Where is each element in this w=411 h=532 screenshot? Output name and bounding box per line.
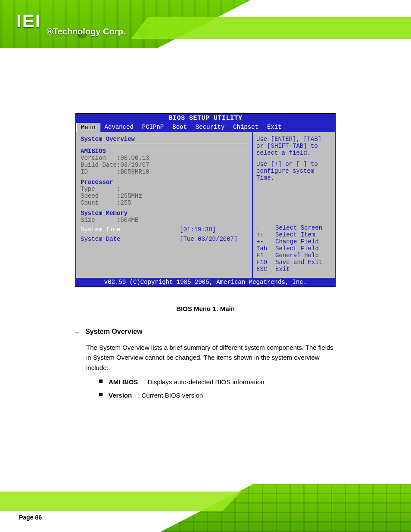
section-item: → System Overview xyxy=(73,327,338,338)
nav-key: F10 xyxy=(256,259,275,266)
label-size: Size xyxy=(81,217,117,224)
bios-left-pane: System Overview AMIBIOS Version:08.00.13… xyxy=(76,132,253,278)
label-version: Version xyxy=(81,155,117,162)
label-id: ID xyxy=(81,168,117,175)
nav-row: TabSelect Field xyxy=(256,245,331,252)
nav-label: Save and Exit xyxy=(275,259,322,266)
nav-row: +-Change Field xyxy=(256,238,331,245)
nav-label: Select Item xyxy=(275,231,315,238)
value-count: :255 xyxy=(117,199,131,206)
nav-row: F1General Help xyxy=(256,252,331,259)
nav-key: Tab xyxy=(256,245,275,252)
row-system-date[interactable]: System Date [Tue 03/20/2007] xyxy=(81,236,248,243)
footer-swoosh-green xyxy=(0,492,241,511)
tab-exit[interactable]: Exit xyxy=(263,123,286,132)
row-version: Version:08.00.13 xyxy=(81,155,248,162)
bios-body: System Overview AMIBIOS Version:08.00.13… xyxy=(76,132,335,278)
bullet-label: AMI BIOS xyxy=(109,377,138,387)
help-line: Use [ENTER], [TAB] xyxy=(256,136,331,143)
figure-caption: BIOS Menu 1: Main xyxy=(73,304,338,314)
page-number: Page 86 xyxy=(19,514,42,521)
tab-boot[interactable]: Boot xyxy=(168,123,191,132)
section-paragraph: The System Overview lists a brief summar… xyxy=(86,342,338,373)
square-bullet-icon xyxy=(99,380,103,383)
group-memory: System Memory xyxy=(81,210,248,217)
section-system-overview: System Overview xyxy=(81,136,248,143)
nav-row: ↑↓Select Item xyxy=(256,231,331,238)
nav-row: ESCExit xyxy=(256,266,331,273)
nav-label: General Help xyxy=(275,252,319,259)
nav-key: ↑↓ xyxy=(256,231,275,238)
label-system-date: System Date xyxy=(81,236,180,243)
value-speed: :255MHz xyxy=(117,193,142,199)
tab-pcipnp[interactable]: PCIPnP xyxy=(138,123,168,132)
row-size: Size:504MB xyxy=(81,217,248,224)
label-system-time: System Time xyxy=(81,226,180,233)
nav-row: F10Save and Exit xyxy=(256,259,331,266)
logo-text: IEI xyxy=(16,11,41,31)
label-speed: Speed xyxy=(81,193,117,199)
bullet-desc-inline: : Displays auto-detected BIOS informatio… xyxy=(144,377,264,387)
tab-advanced[interactable]: Advanced xyxy=(100,123,138,132)
spacer xyxy=(256,156,331,161)
sub-bullet-desc: : Current BIOS version xyxy=(138,390,203,400)
page-footer: Page 86 xyxy=(0,484,411,532)
nav-key: +- xyxy=(256,238,275,245)
nav-list: ←Select Screen ↑↓Select Item +-Change Fi… xyxy=(256,224,331,273)
row-system-time[interactable]: System Time [01:19:38] xyxy=(81,226,248,233)
value-builddate: :03/19/07 xyxy=(117,162,149,168)
bios-tab-bar: Main Advanced PCIPnP Boot Security Chips… xyxy=(76,123,335,132)
bios-footer: v02.59 (C)Copyright 1985-2005, American … xyxy=(76,278,335,286)
row-type: Type: xyxy=(81,186,248,193)
bullet-item: AMI BIOS : Displays auto-detected BIOS i… xyxy=(99,377,338,387)
value-size: :504MB xyxy=(117,217,138,224)
bios-title: BIOS SETUP UTILITY xyxy=(76,114,335,123)
value-system-date: [Tue 03/20/2007] xyxy=(180,236,237,243)
bios-right-pane: Use [ENTER], [TAB] or [SHIFT-TAB] to sel… xyxy=(253,132,335,278)
nav-row: ←Select Screen xyxy=(256,224,331,231)
help-line: select a field. xyxy=(256,149,331,156)
row-count: Count:255 xyxy=(81,199,248,206)
arrow-icon: → xyxy=(73,327,80,338)
nav-key: ← xyxy=(256,224,275,231)
group-amibios: AMIBIOS xyxy=(81,148,248,155)
tab-chipset[interactable]: Chipset xyxy=(229,123,263,132)
page-header: IEI ®Technology Corp. xyxy=(0,0,411,48)
nav-label: Select Field xyxy=(275,245,319,252)
tab-security[interactable]: Security xyxy=(191,123,229,132)
label-count: Count xyxy=(81,199,117,206)
value-type: : xyxy=(117,186,120,193)
page-content: BIOS Menu 1: Main → System Overview The … xyxy=(0,287,411,400)
nav-label: Select Screen xyxy=(275,224,322,231)
tagline: ®Technology Corp. xyxy=(47,27,125,37)
help-line: Use [+] or [-] to xyxy=(256,161,331,168)
help-line: configure system Time. xyxy=(256,168,331,181)
nav-key: ESC xyxy=(256,266,275,273)
sub-bullet-label: Version xyxy=(109,390,132,400)
nav-label: Exit xyxy=(275,266,290,273)
header-swoosh-green xyxy=(131,17,411,39)
sub-bullet-item: Version : Current BIOS version xyxy=(99,390,338,400)
square-bullet-icon xyxy=(99,393,103,396)
label-builddate: Build Date xyxy=(81,162,117,168)
logo: IEI xyxy=(16,12,41,30)
value-id: :B059MR10 xyxy=(117,168,149,175)
divider xyxy=(81,144,248,144)
nav-label: Change Field xyxy=(275,238,319,245)
nav-key: F1 xyxy=(256,252,275,259)
section-label: System Overview xyxy=(85,327,143,338)
group-processor: Processor xyxy=(81,179,248,186)
label-type: Type xyxy=(81,186,117,193)
row-builddate: Build Date:03/19/07 xyxy=(81,162,248,168)
help-line: or [SHIFT-TAB] to xyxy=(256,143,331,149)
row-id: ID:B059MR10 xyxy=(81,168,248,175)
bios-screenshot: BIOS SETUP UTILITY Main Advanced PCIPnP … xyxy=(75,113,336,287)
value-version: :08.00.13 xyxy=(117,155,149,162)
tab-main[interactable]: Main xyxy=(76,123,100,132)
value-system-time: [01:19:38] xyxy=(180,226,216,233)
row-speed: Speed:255MHz xyxy=(81,193,248,199)
